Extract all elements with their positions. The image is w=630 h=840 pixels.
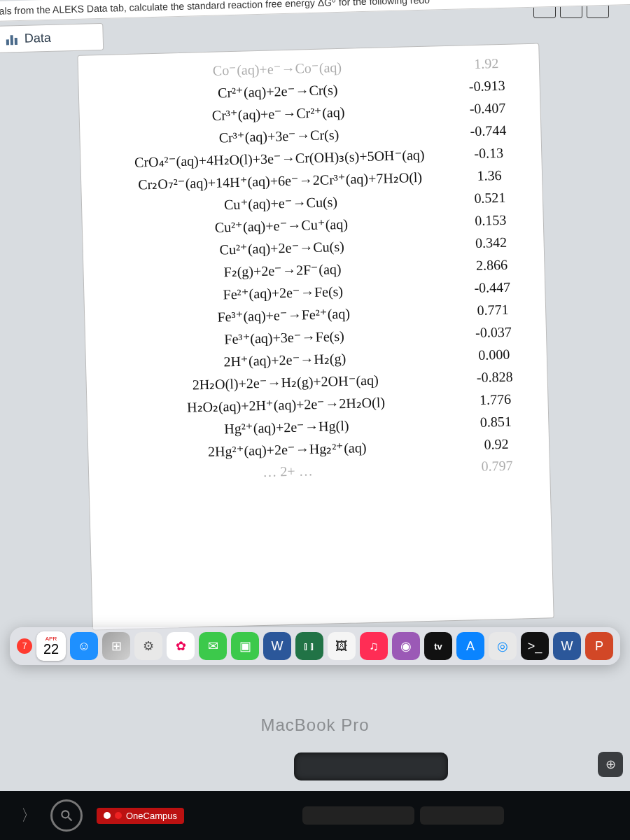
potential-value-cell: 0.851 — [464, 413, 528, 430]
calendar-app-icon[interactable]: APR 22 — [36, 631, 66, 661]
potential-value-cell: 0.342 — [459, 234, 523, 251]
dock-app-powerpoint-icon[interactable]: P — [585, 632, 613, 660]
onecampus-label: OneCampus — [126, 811, 177, 821]
onecampus-button[interactable]: OneCampus — [97, 808, 184, 824]
dock-app-preview-icon[interactable]: 🖼 — [328, 632, 356, 660]
touchbar-segment[interactable] — [302, 806, 414, 825]
touch-bar: 〉 OneCampus — [0, 791, 630, 840]
potential-value-cell: 1.36 — [458, 167, 522, 184]
dock-app-safari-icon[interactable]: ◎ — [489, 632, 517, 660]
dock-app-appletv-icon[interactable]: tv — [424, 632, 452, 660]
input-switch-icon[interactable]: ⊕ — [598, 752, 623, 777]
potential-value-cell: -0.913 — [455, 77, 519, 94]
dock-app-photos-icon[interactable]: ✿ — [167, 632, 195, 660]
potential-value-cell: -0.744 — [456, 122, 520, 139]
dock-app-messages-icon[interactable]: ✉ — [199, 632, 227, 660]
dock-area: 7 APR 22 ☺⊞⚙✿✉▣W⫾⫾🖼♫◉tvA◎>_WP — [0, 627, 630, 665]
bar-chart-icon — [6, 34, 18, 45]
svg-line-1 — [69, 818, 72, 821]
potential-value-cell: 2.866 — [460, 256, 524, 274]
potential-value-cell: 0.153 — [458, 211, 522, 229]
potential-value-cell: 0.000 — [463, 346, 526, 363]
potential-value-cell: 0.521 — [458, 189, 522, 206]
dock-app-podcasts-icon[interactable]: ◉ — [392, 632, 420, 660]
potential-value-cell: -0.407 — [456, 99, 519, 117]
touchbar-segment[interactable] — [420, 806, 504, 825]
dock-app-word-icon[interactable]: W — [263, 632, 291, 660]
potential-value-cell: -0.13 — [457, 144, 521, 162]
potential-value-cell: -0.828 — [463, 368, 526, 386]
dock-app-finder-icon[interactable]: ☺ — [70, 632, 98, 660]
dock-app-terminal-icon[interactable]: >_ — [521, 632, 549, 660]
spotlight-search-icon[interactable] — [50, 799, 83, 832]
reduction-potential-table[interactable]: Co⁻(aq)+e⁻→Co⁻(aq)1.92Cr²⁺(aq)+2e⁻→Cr(s)… — [77, 43, 554, 630]
device-label: MacBook Pro — [0, 715, 630, 735]
dock-app-facetime-icon[interactable]: ▣ — [231, 632, 259, 660]
page: als from the ALEKS Data tab, calculate t… — [0, 0, 630, 633]
potential-value-cell: 1.776 — [463, 391, 527, 408]
question-header: als from the ALEKS Data tab, calculate t… — [0, 0, 630, 22]
dock-app-music-icon[interactable]: ♫ — [360, 632, 388, 660]
dock-app-appstore-icon[interactable]: A — [456, 632, 484, 660]
potential-value-cell: 1.92 — [455, 55, 519, 72]
dock-app-settings-icon[interactable]: ⚙ — [134, 632, 162, 660]
potential-value-cell: 0.797 — [465, 457, 529, 475]
data-tab-label: Data — [24, 31, 51, 46]
svg-point-0 — [62, 811, 69, 818]
trackpad-indicator — [294, 752, 448, 780]
potential-value-cell: 0.771 — [461, 301, 525, 318]
question-text: als from the ALEKS Data tab, calculate t… — [0, 0, 430, 17]
potential-value-cell: -0.447 — [461, 279, 524, 296]
data-tab-button[interactable]: Data — [0, 23, 104, 53]
magnifier-icon — [59, 808, 74, 822]
potential-value-cell: -0.037 — [462, 323, 526, 341]
touchbar-center — [198, 806, 609, 825]
calendar-day: 22 — [43, 642, 59, 656]
dock-badge: 7 — [17, 638, 32, 654]
macos-dock: 7 APR 22 ☺⊞⚙✿✉▣W⫾⫾🖼♫◉tvA◎>_WP — [10, 627, 620, 665]
dock-app-word2-icon[interactable]: W — [553, 632, 581, 660]
back-chevron-icon[interactable]: 〉 — [21, 805, 36, 826]
dock-app-excel-icon[interactable]: ⫾⫾ — [295, 632, 323, 660]
potential-value-cell: 0.92 — [465, 435, 528, 453]
dock-app-launchpad-icon[interactable]: ⊞ — [102, 632, 130, 660]
